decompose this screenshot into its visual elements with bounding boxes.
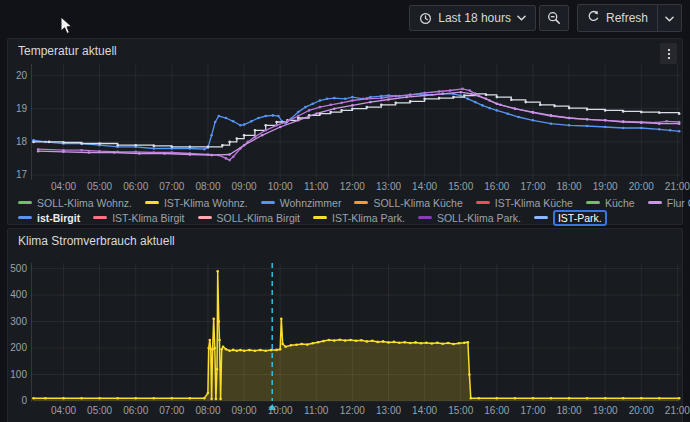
legend-label: Wohnzimmer — [280, 197, 342, 209]
x-axis-tick: 06:00 — [116, 405, 156, 417]
x-axis-tick: 14:00 — [405, 181, 445, 193]
x-axis-tick: 15:00 — [441, 405, 481, 417]
legend-swatch — [648, 201, 662, 204]
legend-row: ist-BirgitIST-Klima BirgitSOLL-Klima Bir… — [18, 210, 678, 225]
legend-swatch — [534, 216, 548, 219]
legend-label: IST-Klima Wohnz. — [164, 197, 248, 209]
legend-swatch — [586, 201, 600, 204]
zoom-out-icon — [547, 11, 561, 25]
legend-swatch — [93, 216, 107, 219]
legend-item[interactable]: IST-Klima Küche — [476, 197, 573, 209]
legend-item[interactable]: Wohnzimmer — [261, 197, 342, 209]
x-axis-tick: 09:00 — [224, 181, 264, 193]
y-axis-tick: 300 — [8, 316, 27, 328]
kebab-icon — [668, 49, 670, 51]
x-axis-tick: 20:00 — [621, 405, 661, 417]
power-chart[interactable] — [31, 263, 681, 411]
x-axis-tick: 17:00 — [513, 405, 553, 417]
legend-label: IST-Klima Küche — [495, 197, 573, 209]
legend-label: SOLL-Klima Birgit — [217, 212, 300, 224]
x-axis-tick: 05:00 — [80, 405, 120, 417]
dashboard-toolbar: Last 18 hours Refresh — [0, 0, 690, 36]
time-range-button[interactable]: Last 18 hours — [409, 5, 536, 31]
x-axis-tick: 07:00 — [152, 405, 192, 417]
legend-row: SOLL-Klima Wohnz.IST-Klima Wohnz.Wohnzim… — [18, 195, 678, 210]
x-axis-tick: 19:00 — [585, 181, 625, 193]
x-axis-tick: 16:00 — [477, 181, 517, 193]
x-axis-tick: 06:00 — [116, 181, 156, 193]
refresh-interval-dropdown[interactable] — [658, 5, 681, 31]
refresh-icon — [587, 10, 600, 26]
x-axis-tick: 12:00 — [332, 181, 372, 193]
legend-item[interactable]: Küche — [586, 197, 635, 209]
x-axis-tick: 18:00 — [549, 405, 589, 417]
temperature-chart[interactable] — [31, 64, 681, 180]
legend-swatch — [18, 201, 32, 204]
legend-item[interactable]: IST-Klima Park. — [313, 212, 405, 224]
x-axis-tick: 15:00 — [441, 181, 481, 193]
legend-label: IST-Klima Park. — [332, 212, 405, 224]
refresh-button[interactable]: Refresh — [578, 5, 657, 31]
legend-swatch — [476, 201, 490, 204]
y-axis-tick: 100 — [8, 369, 27, 381]
panel-title[interactable]: Temperatur aktuell — [8, 44, 652, 58]
legend-item[interactable]: SOLL-Klima Park. — [418, 212, 521, 224]
legend-label: SOLL-Klima Küche — [373, 197, 462, 209]
x-axis-tick: 10:00 — [260, 181, 300, 193]
y-axis-tick: 200 — [8, 342, 27, 354]
legend-swatch — [198, 216, 212, 219]
y-axis-tick: 500 — [8, 263, 27, 275]
legend: SOLL-Klima Wohnz.IST-Klima Wohnz.Wohnzim… — [18, 195, 678, 225]
x-axis-tick: 11:00 — [296, 181, 336, 193]
refresh-split-button: Refresh — [577, 4, 682, 32]
y-axis-tick: 400 — [8, 289, 27, 301]
x-axis-tick: 12:00 — [332, 405, 372, 417]
legend-item[interactable]: SOLL-Klima Birgit — [198, 212, 300, 224]
legend-swatch — [313, 216, 327, 219]
refresh-label: Refresh — [606, 11, 648, 25]
legend-swatch — [18, 216, 32, 219]
legend-item[interactable]: IST-Klima Birgit — [93, 212, 184, 224]
legend-swatch — [418, 216, 432, 219]
x-axis-tick: 17:00 — [513, 181, 553, 193]
x-axis-tick: 21:00 — [657, 405, 690, 417]
legend-label: Flur OG(Bad) — [667, 197, 690, 209]
legend-item[interactable]: IST-Park. — [534, 212, 607, 224]
x-axis-tick: 21:00 — [657, 181, 690, 193]
x-axis-tick: 04:00 — [44, 181, 84, 193]
legend-label: SOLL-Klima Wohnz. — [37, 197, 132, 209]
zoom-out-button[interactable] — [539, 5, 569, 31]
x-axis-tick: 07:00 — [152, 181, 192, 193]
y-axis-tick: 18 — [8, 136, 27, 148]
x-axis-tick: 18:00 — [549, 181, 589, 193]
legend-item[interactable]: Flur OG(Bad) — [648, 197, 690, 209]
legend-label: IST-Park. — [553, 210, 607, 226]
panel-title[interactable]: Klima Stromverbrauch aktuell — [8, 234, 652, 248]
legend-label: IST-Klima Birgit — [112, 212, 184, 224]
x-axis-tick: 13:00 — [369, 405, 409, 417]
legend-swatch — [354, 201, 368, 204]
chevron-down-icon — [517, 15, 526, 21]
x-axis-tick: 05:00 — [80, 181, 120, 193]
legend-label: ist-Birgit — [37, 212, 80, 224]
legend-swatch — [145, 201, 159, 204]
x-axis-tick: 16:00 — [477, 405, 517, 417]
x-axis-tick: 08:00 — [188, 405, 228, 417]
x-axis-tick: 20:00 — [621, 181, 661, 193]
x-axis-tick: 09:00 — [224, 405, 264, 417]
panel-menu-button[interactable] — [660, 43, 677, 64]
legend-item[interactable]: SOLL-Klima Küche — [354, 197, 462, 209]
legend-label: SOLL-Klima Park. — [437, 212, 521, 224]
x-axis-tick: 13:00 — [369, 181, 409, 193]
legend-item[interactable]: IST-Klima Wohnz. — [145, 197, 248, 209]
clock-icon — [419, 12, 432, 25]
x-axis-tick: 11:00 — [296, 405, 336, 417]
x-axis-tick: 19:00 — [585, 405, 625, 417]
panel-power: Klima Stromverbrauch aktuell 50040030020… — [7, 228, 683, 422]
legend-item[interactable]: ist-Birgit — [18, 212, 80, 224]
legend-label: Küche — [605, 197, 635, 209]
time-controls: Last 18 hours — [409, 5, 569, 31]
y-axis-tick: 17 — [8, 169, 27, 181]
grafana-dashboard: Last 18 hours Refresh — [0, 0, 690, 422]
legend-item[interactable]: SOLL-Klima Wohnz. — [18, 197, 132, 209]
